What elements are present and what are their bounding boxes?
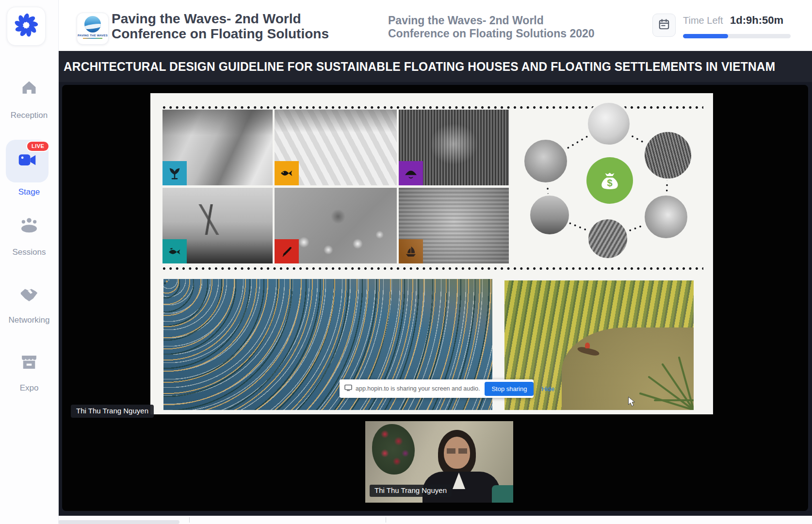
diagram-photo-flower-picker — [643, 194, 689, 240]
screen-share-icon — [344, 384, 352, 393]
sidebar-item-networking-label[interactable]: Networking — [0, 315, 58, 325]
glasses-shape — [447, 448, 467, 454]
people-icon — [18, 228, 40, 236]
hide-button[interactable]: Hide — [541, 385, 554, 393]
live-badge: LIVE — [26, 141, 49, 152]
video-camera-icon — [16, 150, 38, 172]
sidebar-item-expo[interactable] — [0, 352, 58, 374]
sidebar: Reception LIVE Stage Sessions — [0, 0, 59, 524]
calendar-icon — [658, 18, 670, 33]
money-bag-icon: $ — [586, 157, 633, 204]
home-icon — [19, 90, 39, 98]
screenshare-presenter-label: Thi Thu Trang Nguyen — [71, 405, 154, 418]
event-logo[interactable]: PAVING THE WAVES — [77, 13, 109, 45]
diagram-photo-craftwork — [586, 217, 629, 260]
sidebar-item-sessions-label[interactable]: Sessions — [0, 247, 58, 257]
schedule-segment-title: Paving the Waves- 2nd World Conference o… — [388, 14, 595, 40]
strip-divider — [189, 517, 190, 523]
diagram-photo-fish-catch — [586, 101, 632, 147]
diagram-photo-net-silhouette — [528, 194, 571, 236]
event-progress-fill — [683, 34, 728, 38]
screenshare-slide: $ app.hopin.to is sharing your screen an… — [150, 93, 713, 414]
handshake-icon — [18, 297, 40, 306]
platform-logo[interactable] — [7, 7, 46, 46]
sidebar-item-networking[interactable] — [0, 284, 58, 306]
top-header: PAVING THE WAVES Paving the Waves- 2nd W… — [58, 0, 812, 51]
diagram-photo-pond-water — [522, 138, 569, 184]
sidebar-item-stage-label[interactable]: Stage — [0, 187, 58, 197]
event-title: Paving the Waves- 2nd World Conference o… — [112, 11, 329, 41]
sidebar-item-reception-label[interactable]: Reception — [0, 111, 58, 120]
mouse-cursor — [628, 396, 636, 409]
chair-shape — [492, 485, 513, 503]
sidebar-item-sessions[interactable] — [0, 215, 58, 237]
presenter-webcam-video: Thi Thu Trang Nguyen — [365, 421, 513, 503]
bottom-scrollbar-thumb[interactable] — [58, 520, 179, 524]
sidebar-item-expo-label[interactable]: Expo — [0, 383, 58, 393]
event-logo-globe-icon — [84, 16, 101, 33]
event-progress-bar — [683, 34, 791, 38]
webcam-presenter-label: Thi Thu Trang Nguyen — [370, 485, 452, 497]
schedule-button[interactable] — [652, 14, 676, 37]
session-title: ARCHITECTURAL DESIGN GUIDELINE FOR SUSTA… — [64, 59, 775, 74]
session-title-banner: ARCHITECTURAL DESIGN GUIDELINE FOR SUSTA… — [58, 51, 812, 82]
hopin-swirl-icon — [14, 13, 39, 40]
svg-text:$: $ — [607, 178, 612, 188]
stop-sharing-button[interactable]: Stop sharing — [485, 382, 534, 396]
sidebar-item-reception[interactable] — [0, 79, 58, 99]
screen-share-notification: app.hopin.to is sharing your screen and … — [340, 379, 534, 398]
boat-person-shape — [585, 343, 590, 348]
time-left-value: 1d:9h:50m — [730, 14, 783, 27]
strip-divider — [386, 517, 386, 523]
event-logo-text: PAVING THE WAVES — [78, 34, 108, 37]
share-message: app.hopin.to is sharing your screen and … — [356, 385, 480, 392]
diagram-photo-weaver — [643, 130, 693, 180]
time-left-label: Time Left — [683, 15, 723, 26]
market-stall-icon — [19, 365, 39, 373]
